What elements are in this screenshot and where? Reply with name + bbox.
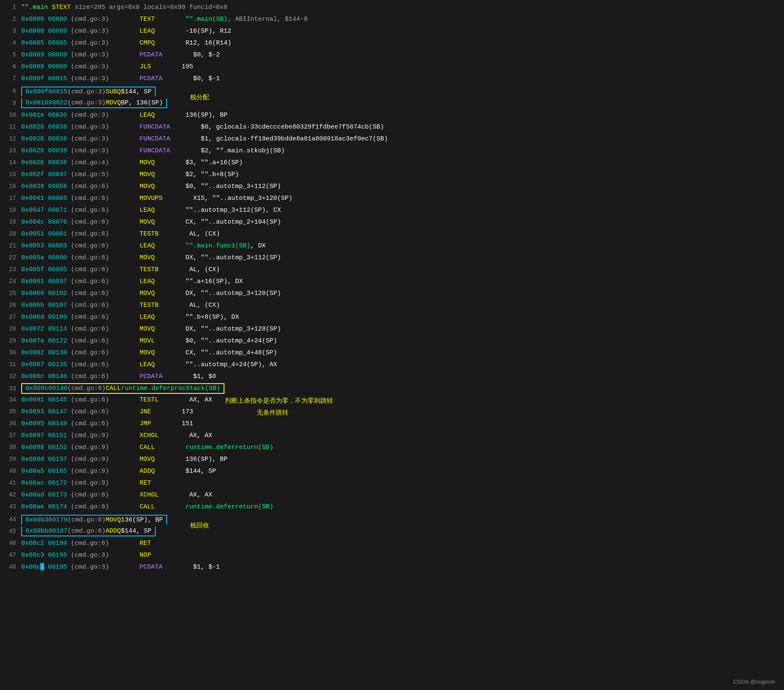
line-37: 37 0x0097 00151 (cmd.go:9) XCHGL AX, AX — [0, 430, 784, 442]
line-19: 19 0x004c 00076 (cmd.go:6) MOVQ CX, ""..… — [0, 216, 784, 228]
line-16: 16 0x0038 00056 (cmd.go:6) MOVQ $0, ""..… — [0, 181, 784, 193]
line-15: 15 0x002f 00047 (cmd.go:5) MOVQ $2, "".b… — [0, 169, 784, 181]
line-21: 21 0x0053 00083 (cmd.go:6) LEAQ "".main.… — [0, 240, 784, 252]
line-35: 35 0x0093 00147 (cmd.go:6) JNE 173 无条件跳转 — [0, 406, 784, 418]
line-41: 41 0x00ac 00172 (cmd.go:9) RET — [0, 477, 784, 489]
line-23: 23 0x005f 00095 (cmd.go:6) TESTB AL, (CX… — [0, 264, 784, 276]
lines-44-45-group: 44 0x00b3 00179 (cmd.go:6) MOVQ 136(SP),… — [0, 513, 784, 538]
line-24: 24 0x0061 00097 (cmd.go:6) LEAQ "".a+16(… — [0, 276, 784, 288]
watermark: CSDN @cugriver — [733, 679, 776, 685]
line-38: 38 0x0098 00152 (cmd.go:9) CALL runtime.… — [0, 442, 784, 454]
line-30: 30 0x0082 00130 (cmd.go:6) MOVQ CX, ""..… — [0, 347, 784, 359]
annotation-testl: 判断上条指令是否为零，不为零则跳转 — [225, 396, 333, 405]
line-4: 4 0x0005 00005 (cmd.go:3) CMPQ R12, 16(R… — [0, 37, 784, 49]
line-5: 5 0x0009 00009 (cmd.go:3) PCDATA $0, $-2 — [0, 49, 784, 61]
line-2: 2 0x0000 00000 (cmd.go:3) TEXT "".main(S… — [0, 14, 784, 25]
line-11: 11 0x0026 00038 (cmd.go:3) FUNCDATA $0, … — [0, 121, 784, 133]
line-27: 27 0x006d 00109 (cmd.go:6) LEAQ "".b+8(S… — [0, 311, 784, 323]
annotation-stack-free: 栈回收 — [190, 522, 209, 530]
lines-8-9-group: 8 0x000f 00015 (cmd.go:3) SUBQ $144, SP … — [0, 85, 784, 109]
line-36: 36 0x0095 00149 (cmd.go:6) JMP 151 — [0, 418, 784, 430]
line-39: 39 0x009d 00157 (cmd.go:9) MOVQ 136(SP),… — [0, 454, 784, 466]
line-18: 18 0x0047 00071 (cmd.go:6) LEAQ ""..auto… — [0, 205, 784, 216]
line-43: 43 0x00ae 00174 (cmd.go:6) CALL runtime.… — [0, 501, 784, 513]
line-3: 3 0x0000 00000 (cmd.go:3) LEAQ -16(SP), … — [0, 25, 784, 37]
line-20: 20 0x0051 00081 (cmd.go:6) TESTB AL, (CX… — [0, 228, 784, 240]
line-42: 42 0x00ad 00173 (cmd.go:6) XCHGL AX, AX — [0, 489, 784, 501]
line-46: 46 0x00c2 00194 (cmd.go:6) RET — [0, 538, 784, 550]
line-10: 10 0x001e 00030 (cmd.go:3) LEAQ 136(SP),… — [0, 109, 784, 121]
line-7: 7 0x000f 00015 (cmd.go:3) PCDATA $0, $-1 — [0, 73, 784, 85]
line-1: 1 "".main STEXT size=205 args=0x0 locals… — [0, 2, 784, 14]
line-28: 28 0x0072 00114 (cmd.go:6) MOVQ DX, ""..… — [0, 323, 784, 335]
annotation-jne: 无条件跳转 — [257, 408, 288, 417]
code-container: 1 "".main STEXT size=205 args=0x0 locals… — [0, 0, 784, 575]
line-34: 34 0x0091 00145 (cmd.go:6) TESTL AX, AX … — [0, 394, 784, 406]
line-29: 29 0x007a 00122 (cmd.go:6) MOVL $0, ""..… — [0, 335, 784, 347]
line-12: 12 0x0026 00038 (cmd.go:3) FUNCDATA $1, … — [0, 133, 784, 145]
line-22: 22 0x005a 00090 (cmd.go:6) MOVQ DX, ""..… — [0, 252, 784, 264]
annotation-stack-alloc: 栈分配 — [190, 93, 209, 101]
line-26: 26 0x006b 00107 (cmd.go:6) TESTB AL, (CX… — [0, 300, 784, 311]
line-33-group: 33 0x008c 00140 (cmd.go:6) CALL runtime.… — [0, 383, 784, 394]
line-31: 31 0x0087 00135 (cmd.go:6) LEAQ ""..auto… — [0, 359, 784, 371]
line-47: 47 0x00c3 00195 (cmd.go:3) NOP — [0, 550, 784, 561]
line-17: 17 0x0041 00065 (cmd.go:6) MOVUPS X15, "… — [0, 193, 784, 205]
line-40: 40 0x00a5 00165 (cmd.go:9) ADDQ $144, SP — [0, 466, 784, 477]
line-48: 48 0x00c█ 00195 (cmd.go:3) PCDATA $1, $-… — [0, 561, 784, 573]
line-14: 14 0x0026 00038 (cmd.go:4) MOVQ $3, "".a… — [0, 157, 784, 169]
line-32: 32 0x008c 00140 (cmd.go:6) PCDATA $1, $0 — [0, 371, 784, 383]
line-6: 6 0x0009 00009 (cmd.go:3) JLS 195 — [0, 61, 784, 73]
line-25: 25 0x0066 00102 (cmd.go:6) MOVQ DX, ""..… — [0, 288, 784, 300]
line-13: 13 0x0026 00038 (cmd.go:3) FUNCDATA $2, … — [0, 145, 784, 157]
